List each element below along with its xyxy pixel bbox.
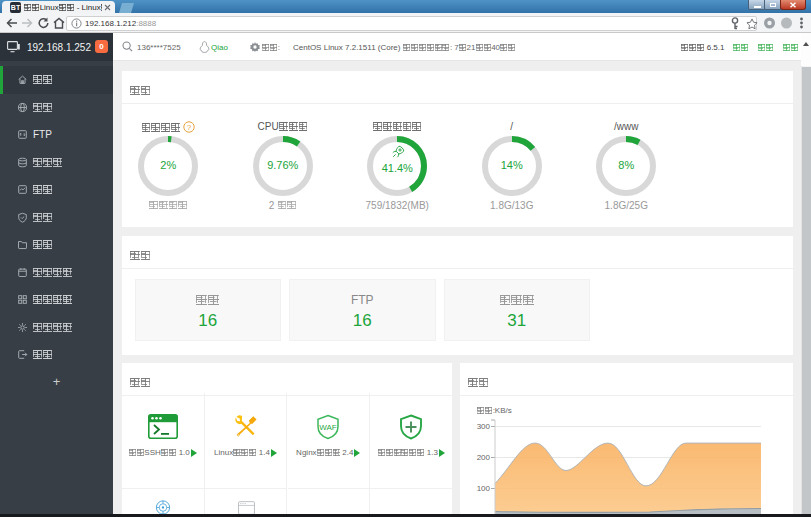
- svg-text:WAF: WAF: [320, 423, 338, 432]
- svg-text:?: ?: [187, 123, 192, 132]
